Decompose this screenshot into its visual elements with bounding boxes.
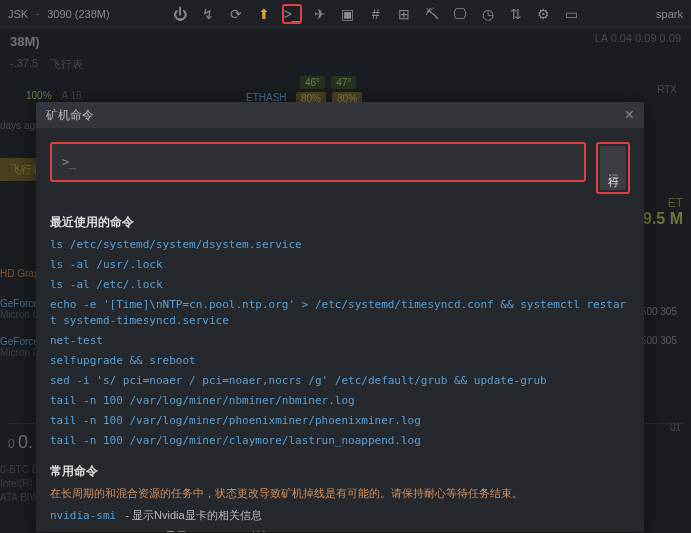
hash-icon[interactable]: # <box>366 4 386 24</box>
monitor-icon[interactable]: 🖵 <box>450 4 470 24</box>
recent-command[interactable]: tail -n 100 /var/log/miner/claymore/last… <box>50 433 630 449</box>
recent-command[interactable]: ls /etc/systemd/system/dsystem.service <box>50 237 630 253</box>
recent-command[interactable]: tail -n 100 /var/log/miner/phoenixminer/… <box>50 413 630 429</box>
bg-percent: 100% <box>26 90 52 101</box>
recent-command[interactable]: echo -e '[Time]\nNTP=cn.pool.ntp.org' > … <box>50 297 630 329</box>
la-label: LA <box>595 32 608 44</box>
bg-sub2: 飞行表 <box>50 57 83 72</box>
gpus-label: RTX <box>657 84 677 95</box>
rig-info: 3090 (238M) <box>47 8 109 20</box>
folder-icon[interactable]: ▭ <box>562 4 582 24</box>
hd-graphics: HD Grap <box>0 268 39 279</box>
modal-header: 矿机命令 × <box>36 102 644 128</box>
common-desc: - 显示Nvidia显卡的相关信息 <box>125 509 261 521</box>
bg-sub1: -.37.5 <box>10 57 38 72</box>
common-command-list: nvidia-smi - 显示Nvidia显卡的相关信息 nvtool --cl… <box>50 507 630 532</box>
footer-val: 0. <box>18 432 33 452</box>
common-command-row: nvidia-smi - 显示Nvidia显卡的相关信息 <box>50 507 630 524</box>
clock-icon[interactable]: ◷ <box>478 4 498 24</box>
modal-title: 矿机命令 <box>46 107 94 124</box>
run-button[interactable]: 运行 <box>600 146 626 190</box>
recent-command[interactable]: ls -al /etc/.lock <box>50 277 630 293</box>
recent-command[interactable]: ls -al /usr/.lock <box>50 257 630 273</box>
user-label[interactable]: spark <box>656 8 683 20</box>
recent-title: 最近使用的命令 <box>50 214 630 231</box>
command-input[interactable]: >_ <box>50 142 586 182</box>
top-toolbar: JSK · 3090 (238M) ⏻ ↯ ⟳ ⬆ >_ ✈ ▣ # ⊞ ⛏ 🖵… <box>0 0 691 28</box>
footer-date: 01 <box>670 422 681 433</box>
wrench-icon[interactable]: ↯ <box>198 4 218 24</box>
recent-command-list: ls /etc/systemd/system/dsystem.service l… <box>50 237 630 449</box>
common-title: 常用命令 <box>50 463 630 480</box>
command-modal: 矿机命令 × >_ 运行 最近使用的命令 ls /etc/systemd/sys… <box>36 102 644 532</box>
gear-icon[interactable]: ⚙ <box>534 4 554 24</box>
terminal-icon[interactable]: >_ <box>282 4 302 24</box>
days-ago: days ago <box>0 120 41 131</box>
temp-badge: 46° <box>300 76 325 89</box>
recent-command[interactable]: sed -i 's/ pci=noaer / pci=noaer,nocrs /… <box>50 373 630 389</box>
temp-badge: 47° <box>331 76 356 89</box>
upload-icon[interactable]: ⬆ <box>254 4 274 24</box>
recent-command[interactable]: net-test <box>50 333 630 349</box>
rig-selector[interactable]: JSK <box>8 8 28 20</box>
prompt-icon: >_ <box>62 155 76 169</box>
gpu-stats: 500 305 <box>641 335 677 346</box>
recent-command[interactable]: selfupgrade && sreboot <box>50 353 630 369</box>
bg-amps: A 16 <box>62 90 82 101</box>
recent-command[interactable]: tail -n 100 /var/log/miner/nbminer/nbmin… <box>50 393 630 409</box>
common-note: 在长周期的和混合资源的任务中，状态更改导致矿机掉线是有可能的。请保持耐心等待任务… <box>50 486 630 501</box>
gpu-stats: 500 305 <box>641 306 677 317</box>
close-icon[interactable]: × <box>625 106 634 124</box>
modal-body: >_ 运行 最近使用的命令 ls /etc/systemd/system/dsy… <box>36 128 644 532</box>
cloud-icon[interactable]: ▣ <box>338 4 358 24</box>
wifi-icon[interactable]: ⇅ <box>506 4 526 24</box>
common-command-row: nvtool --clocks - 显示Nvidia GPU时钟 <box>50 528 630 532</box>
tools-icon[interactable]: ⛏ <box>422 4 442 24</box>
rig-id: 38M) <box>0 28 691 55</box>
chart-icon[interactable]: ⊞ <box>394 4 414 24</box>
common-desc: - 显示Nvidia GPU时钟 <box>158 530 266 532</box>
la-values: 0.04 0.09 0.09 <box>611 32 681 44</box>
footer-idx: 0 <box>8 437 15 451</box>
power-icon[interactable]: ⏻ <box>170 4 190 24</box>
rocket-icon[interactable]: ✈ <box>310 4 330 24</box>
refresh-icon[interactable]: ⟳ <box>226 4 246 24</box>
common-command[interactable]: nvtool --clocks <box>50 530 149 532</box>
common-command[interactable]: nvidia-smi <box>50 509 116 522</box>
